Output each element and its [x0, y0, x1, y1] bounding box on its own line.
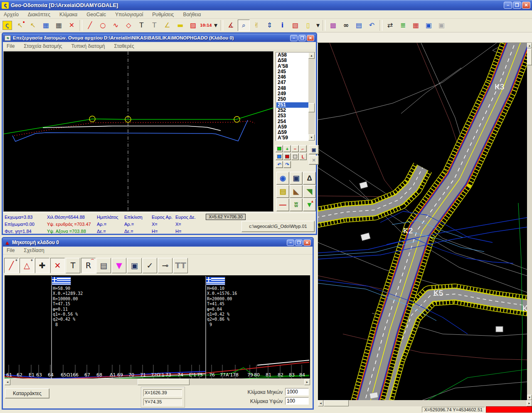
triangle-button[interactable]: ▼	[112, 258, 126, 273]
zoom-extent-button[interactable]: ⇕	[264, 20, 276, 31]
vertical-ruler-button[interactable]: ▯	[302, 20, 314, 31]
layer-blue-button[interactable]	[276, 153, 283, 160]
text-button[interactable]: T	[66, 258, 80, 273]
text-style-button[interactable]: TT	[173, 258, 188, 273]
pf-menu-item-0[interactable]: File	[7, 247, 15, 253]
station-list-item-252[interactable]: 252	[276, 108, 308, 113]
layer-grey-button[interactable]	[291, 153, 299, 160]
main-menu-item-3[interactable]: GeoCalc	[86, 12, 106, 17]
app-logo-button[interactable]: ς	[1, 20, 13, 31]
station-list-item-Α58[interactable]: Α58	[276, 52, 308, 58]
export-image2-button[interactable]: ▣	[436, 20, 448, 31]
sketch-button[interactable]: ▤	[276, 185, 289, 198]
station-list-item-251[interactable]: 251	[276, 102, 308, 108]
listbox-scroll-thumb[interactable]	[308, 103, 315, 112]
select-button[interactable]: ↖	[27, 20, 39, 31]
station-list-item-Α59[interactable]: Α59	[276, 124, 308, 130]
grid-table-button[interactable]: ▦	[53, 20, 65, 31]
pf-scroll-right-icon[interactable]: ►	[304, 379, 310, 385]
pf-scroll-left-icon[interactable]: ◄	[5, 379, 10, 385]
offset-line-button[interactable]: —	[276, 198, 289, 211]
map-vertical-scrollbar[interactable]: ▲ ▼	[527, 43, 532, 400]
pf-close-button[interactable]: ✕	[303, 240, 311, 246]
hatch-button[interactable]: ▨	[187, 20, 199, 31]
profile-horizontal-scrollbar[interactable]: ◄ ►	[5, 379, 310, 385]
main-menu-item-4[interactable]: Υπολογισμοί	[115, 12, 143, 17]
move-point-button[interactable]: ✚	[35, 258, 49, 273]
embankment-button[interactable]: ◣	[290, 185, 303, 198]
save-section-button[interactable]: ▣	[309, 145, 319, 154]
listbox-scroll-down-icon[interactable]: ▼	[308, 134, 315, 141]
station-list-item-245[interactable]: 245	[276, 69, 308, 74]
layer-green-button[interactable]	[276, 145, 283, 152]
station-list-item-248[interactable]: 248	[276, 86, 308, 91]
cs-maximize-button[interactable]: ❐	[298, 35, 306, 41]
map-viewport[interactable]: K3K2K5K	[318, 43, 527, 400]
map-horizontal-scrollbar[interactable]: ◄ ►	[318, 400, 532, 406]
delete-button[interactable]: ✕	[66, 20, 78, 31]
main-menu-item-5[interactable]: Ρυθμίσεις	[152, 12, 174, 17]
radius-button[interactable]: R⌒	[81, 258, 96, 273]
step-down-button[interactable]: L	[299, 153, 307, 160]
node-button[interactable]: ⊸	[158, 258, 172, 273]
draw-diamond-button[interactable]: ◇	[123, 20, 135, 31]
station-list-item-250[interactable]: 250	[276, 96, 308, 102]
cs-menu-item-2[interactable]: Τυπική διατομή	[71, 43, 105, 49]
cross-section-canvas[interactable]	[3, 51, 273, 212]
text-cursor-button[interactable]: T	[148, 20, 160, 31]
view-eye-button[interactable]: ◉	[276, 172, 289, 185]
hscroll-thumb[interactable]	[324, 400, 349, 406]
cs-minimize-button[interactable]: –	[290, 35, 298, 41]
cross-section-titlebar[interactable]: ≈ Επεξεργασία διατομών. Ονομα αρχείου D:…	[3, 34, 316, 42]
main-menu-item-1[interactable]: Διακόπτες	[28, 12, 50, 17]
doc-info-button[interactable]: ▤	[353, 20, 365, 31]
station-list-item-246[interactable]: 246	[276, 74, 308, 80]
station-list-item-Δ59[interactable]: Δ59	[276, 130, 308, 135]
palette-button[interactable]: ▩	[327, 20, 339, 31]
pf-menu-item-1[interactable]: Σχεδίαση	[24, 247, 44, 253]
draw-circle-button[interactable]: ○	[97, 20, 109, 31]
ruler-button[interactable]: ▬	[174, 20, 186, 31]
scale-height-input[interactable]	[285, 397, 309, 405]
protractor-button[interactable]: ∡	[225, 20, 237, 31]
close-button[interactable]: ✕	[522, 2, 530, 9]
pan-hand-button[interactable]: ✌	[251, 20, 263, 31]
find-button[interactable]: ∞	[340, 20, 352, 31]
dropdown2-button[interactable]: ▾	[315, 20, 321, 31]
scroll-up-icon[interactable]: ▲	[527, 43, 532, 48]
profile-canvas[interactable]: 6162Ε1636465Ω1666768Δ169707172Ω'17374Ε'1…	[5, 275, 310, 378]
scale-numbers-button[interactable]: 10:14	[200, 20, 212, 31]
vscroll-thumb[interactable]	[527, 49, 532, 65]
main-menu-item-6[interactable]: Βοήθεια	[183, 12, 201, 17]
cs-close-button[interactable]: ✕	[307, 35, 314, 41]
step-up-button[interactable]: ⌐	[299, 145, 307, 152]
check-button[interactable]: ✓	[143, 258, 157, 273]
zoom-button[interactable]: ⌕	[238, 20, 250, 31]
maximize-button[interactable]: ❐	[513, 2, 521, 9]
info-button[interactable]: i	[276, 20, 288, 31]
cs-menu-item-1[interactable]: Στοιχεία διατομής	[24, 43, 62, 49]
station-list-item-Α'59[interactable]: Α'59	[276, 135, 308, 141]
station-list-item-249[interactable]: 249	[276, 91, 308, 96]
undo-button[interactable]: ↶	[276, 161, 283, 168]
pf-minimize-button[interactable]: –	[287, 240, 294, 246]
add-vertex-button[interactable]: △+	[20, 258, 34, 273]
profile-titlebar[interactable]: ▲ Μηκοτομή κλάδου 0 – ❐ ✕	[3, 238, 313, 247]
hatch-box-button[interactable]: ▧	[289, 20, 301, 31]
delete-point-button[interactable]: ✕	[50, 258, 65, 273]
pf-hscroll-thumb[interactable]	[138, 379, 190, 385]
main-menu-item-0[interactable]: Αρχείο	[4, 12, 19, 17]
report-button[interactable]: ▤	[96, 258, 111, 273]
pf-maximize-button[interactable]: ❐	[295, 240, 303, 246]
scroll-left-icon[interactable]: ◄	[318, 400, 323, 406]
station-list-item-Α'58[interactable]: Α'58	[276, 64, 308, 69]
save-button[interactable]: ▣	[127, 258, 142, 273]
station-list-item-254[interactable]: 254	[276, 119, 308, 124]
typical-section-path-button[interactable]: c:\wgeocalc\G_Odo\Wtyp.01	[241, 221, 315, 232]
export-image-button[interactable]: ▣	[423, 20, 435, 31]
cs-menu-item-0[interactable]: File	[7, 43, 15, 49]
main-menu-item-2[interactable]: Κλίμακα	[59, 12, 77, 17]
text-button[interactable]: T	[135, 20, 148, 31]
station-listbox[interactable]: Α58Δ58Α'58245246247248249250251252253254…	[276, 52, 315, 141]
draw-wave-button[interactable]: ∿	[110, 20, 122, 31]
